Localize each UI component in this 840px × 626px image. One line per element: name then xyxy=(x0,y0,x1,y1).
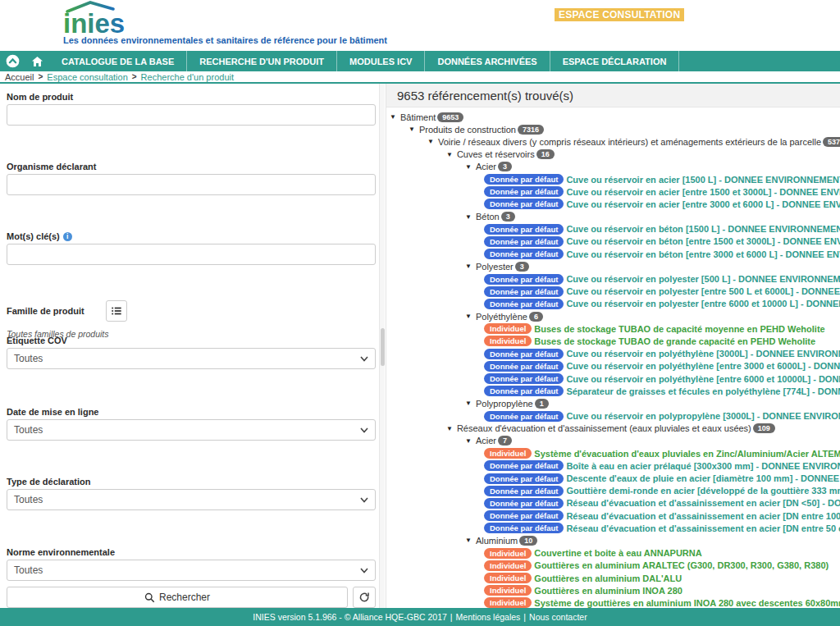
product-link[interactable]: Cuve ou réservoir en acier [entre 3000 e… xyxy=(566,199,840,209)
nav-item-1[interactable]: RECHERCHE D'UN PRODUIT xyxy=(187,51,337,71)
category-label[interactable]: Polyéthylène xyxy=(476,312,527,322)
family-picker-button[interactable] xyxy=(106,300,127,322)
nav-item-0[interactable]: CATALOGUE DE LA BASE xyxy=(49,51,187,71)
category-label[interactable]: Polyester xyxy=(476,262,514,272)
product-link[interactable]: Cuve ou réservoir en acier [entre 1500 e… xyxy=(566,187,840,197)
keywords-label: Mot(s) clé(s)i xyxy=(7,231,376,241)
product-link[interactable]: Buses de stockage TUBAO de grande capaci… xyxy=(534,336,815,346)
scrollbar-thumb[interactable] xyxy=(381,328,385,366)
reset-button[interactable] xyxy=(353,587,376,608)
individual-badge: Individuel xyxy=(484,448,532,459)
product-name-input[interactable] xyxy=(7,104,376,126)
product-link[interactable]: Cuve ou réservoir en béton [entre 3000 e… xyxy=(566,249,840,259)
footer-separator: | xyxy=(523,612,526,622)
product-link[interactable]: Cuve ou réservoir en béton [entre 1500 e… xyxy=(566,236,840,246)
collapse-triangle-icon[interactable]: ▼ xyxy=(465,163,472,171)
product-link[interactable]: Gouttières en aluminium DAL'ALU xyxy=(534,573,682,583)
count-badge: 3 xyxy=(515,262,529,272)
product-link[interactable]: Gouttière demi-ronde en acier [développé… xyxy=(566,486,840,496)
collapse-triangle-icon[interactable]: ▼ xyxy=(446,425,453,432)
form-scrollbar[interactable] xyxy=(379,84,385,608)
product-link[interactable]: Cuve ou réservoir en polyéthylène [3000L… xyxy=(566,349,840,359)
collapse-triangle-icon[interactable]: ▼ xyxy=(465,263,472,270)
nav-item-3[interactable]: DONNÉES ARCHIVÉES xyxy=(425,51,550,71)
keywords-input[interactable] xyxy=(7,244,376,265)
category-label[interactable]: Voirie / réseaux divers (y compris résea… xyxy=(438,137,821,147)
scroll-top-button[interactable] xyxy=(0,51,25,71)
category-label[interactable]: Réseaux d'évacuation et d'assainissement… xyxy=(457,423,751,433)
product-link[interactable]: Descente d'eaux de pluie en acier [diamè… xyxy=(566,473,840,483)
product-link[interactable]: Cuve ou réservoir en polyester [entre 50… xyxy=(566,286,840,296)
breadcrumb-item-2[interactable]: Recherche d'un produit xyxy=(141,72,234,82)
tree-leaf: Donnée par défautCuve ou réservoir en po… xyxy=(386,286,840,298)
collapse-triangle-icon[interactable]: ▼ xyxy=(446,151,453,158)
collapse-triangle-icon[interactable]: ▼ xyxy=(465,537,472,544)
category-label[interactable]: Bâtiment xyxy=(400,112,436,122)
category-label[interactable]: Cuves et réservoirs xyxy=(457,149,535,159)
product-link[interactable]: Gouttières en aluminium INOA 280 xyxy=(534,586,682,596)
product-link[interactable]: Couvertine et boite à eau ANNAPURNA xyxy=(534,548,701,558)
product-link[interactable]: Cuve ou réservoir en polyester [500 L] -… xyxy=(566,274,840,284)
standard-select[interactable]: Toutes xyxy=(7,560,376,581)
product-link[interactable]: Boîte à eau en acier prélaqué [300x300 m… xyxy=(566,461,840,471)
declaration-type-select[interactable]: Toutes xyxy=(7,489,376,510)
footer-separator: | xyxy=(450,612,453,622)
product-link[interactable]: Cuve ou réservoir en béton [1500 L] - DO… xyxy=(566,224,840,234)
breadcrumb-item-1[interactable]: Espace consultation xyxy=(47,72,127,82)
product-link[interactable]: Réseau d'évacuation et d'assainissement … xyxy=(566,498,840,508)
collapse-triangle-icon[interactable]: ▼ xyxy=(465,400,472,407)
collapse-triangle-icon[interactable]: ▼ xyxy=(427,138,434,145)
footer-link-1[interactable]: Nous contacter xyxy=(529,612,587,622)
collapse-triangle-icon[interactable]: ▼ xyxy=(465,437,472,445)
inies-logo[interactable]: inies xyxy=(62,1,194,35)
nav-item-2[interactable]: MODULES ICV xyxy=(337,51,425,71)
category-label[interactable]: Béton xyxy=(476,212,500,222)
search-button[interactable]: Rechercher xyxy=(7,587,348,608)
product-link[interactable]: Cuve ou réservoir en acier [1500 L] - DO… xyxy=(566,175,840,185)
page-header: inies Les données environnementales et s… xyxy=(0,0,840,51)
product-link[interactable]: Système d'évacuation d'eaux pluviales en… xyxy=(534,449,840,459)
product-link[interactable]: Cuve ou réservoir en polyéthylène [entre… xyxy=(566,361,840,371)
cov-select[interactable]: Toutes xyxy=(7,348,376,369)
tree-node: ▼Acier3 xyxy=(386,161,840,173)
product-link[interactable]: Système de gouttières en aluminium INOA … xyxy=(534,598,840,608)
search-actions: Rechercher xyxy=(7,587,376,608)
product-link[interactable]: Cuve ou réservoir en polypropylène [3000… xyxy=(566,411,840,421)
product-link[interactable]: Gouttières en aluminium ARALTEC (G300, D… xyxy=(534,560,829,570)
tree-leaf: IndividuelGouttières en aluminium DAL'AL… xyxy=(386,572,840,584)
default-data-badge: Donnée par défaut xyxy=(484,486,564,496)
info-icon[interactable]: i xyxy=(63,232,72,241)
product-link[interactable]: Cuve ou réservoir en polyéthylène [entre… xyxy=(566,374,840,384)
individual-badge: Individuel xyxy=(484,585,532,596)
product-link[interactable]: Réseau d'évacuation et d'assainissement … xyxy=(566,523,840,533)
category-label[interactable]: Acier xyxy=(476,162,496,171)
product-link[interactable]: Séparateur de graisses et fécules en pol… xyxy=(566,386,840,396)
category-label[interactable]: Acier xyxy=(476,436,496,446)
collapse-triangle-icon[interactable]: ▼ xyxy=(409,126,415,133)
default-data-badge: Donnée par défaut xyxy=(484,274,564,285)
product-link[interactable]: Cuve ou réservoir en polyester [entre 60… xyxy=(566,299,840,308)
collapse-triangle-icon[interactable]: ▼ xyxy=(390,113,396,121)
default-data-badge: Donnée par défaut xyxy=(484,386,564,396)
collapse-triangle-icon[interactable]: ▼ xyxy=(465,313,472,320)
tree-node: ▼Cuves et réservoirs16 xyxy=(386,149,840,161)
footer-link-0[interactable]: Mentions légales xyxy=(456,612,521,622)
chevron-down-icon xyxy=(360,427,368,433)
default-data-badge: Donnée par défaut xyxy=(484,349,564,359)
category-label[interactable]: Polypropylène xyxy=(476,399,533,409)
chevron-down-icon xyxy=(360,497,368,503)
category-label[interactable]: Produits de construction xyxy=(419,125,516,135)
date-select[interactable]: Toutes xyxy=(7,419,376,441)
site-tagline: Les données environnementales et sanitai… xyxy=(63,35,387,45)
product-link[interactable]: Réseau d'évacuation et d'assainissement … xyxy=(566,511,840,521)
nav-item-4[interactable]: ESPACE DÉCLARATION xyxy=(550,51,680,71)
product-link[interactable]: Buses de stockage TUBAO de capacité moye… xyxy=(534,324,824,334)
collapse-triangle-icon[interactable]: ▼ xyxy=(465,213,472,221)
default-data-badge: Donnée par défaut xyxy=(484,224,564,235)
home-button[interactable] xyxy=(25,51,49,71)
declarant-input[interactable] xyxy=(7,174,376,195)
count-badge: 3 xyxy=(501,212,515,222)
category-label[interactable]: Aluminium xyxy=(476,536,518,546)
breadcrumb-item-0: Accueil xyxy=(5,72,34,82)
declaration-type-group: Type de déclaration Toutes xyxy=(7,477,376,510)
